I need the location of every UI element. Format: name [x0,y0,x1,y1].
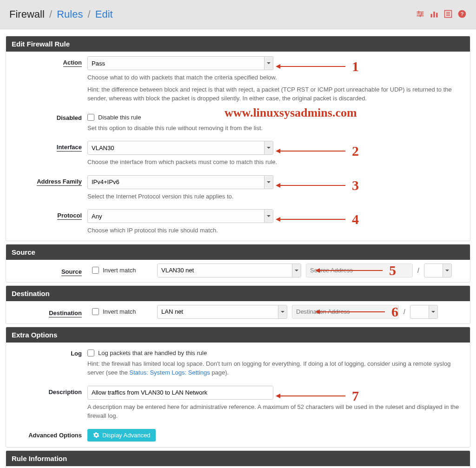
panel-rule-information: Rule Information Tracking ID Created Upd… [6,450,470,468]
destination-invert-checkbox[interactable] [92,308,99,315]
svg-rect-2 [420,14,421,17]
label-protocol[interactable]: Protocol [11,209,87,219]
annotation-3: 3 [276,178,359,193]
source-invert-label: Invert match [103,267,136,274]
log-checkbox[interactable] [87,349,94,356]
label-address-family[interactable]: Address Family [11,175,87,185]
label-disabled: Disabled [11,112,87,121]
breadcrumb-root[interactable]: Firewall [9,8,45,20]
svg-rect-1 [422,13,423,15]
gear-icon [93,432,99,438]
svg-rect-3 [431,14,432,18]
panel-source: Source Source Invert match VLAN30 net 5 [6,244,470,283]
source-mask-select[interactable] [424,264,452,277]
af-help: Select the Internet Protocol version thi… [87,192,465,201]
label-source[interactable]: Source [11,265,87,275]
slash: / [417,267,419,274]
destination-invert-label: Invert match [103,308,136,315]
protocol-select[interactable]: Any [87,209,273,223]
log-checkbox-label: Log packets that are handled by this rul… [98,349,207,356]
destination-address-input[interactable] [292,305,399,319]
label-interface[interactable]: Interface [11,141,87,151]
label-action[interactable]: Action [11,56,87,66]
source-invert-checkbox[interactable] [92,267,99,274]
source-type-select[interactable]: VLAN30 net [157,264,301,277]
slash: / [403,308,405,316]
svg-rect-5 [436,13,437,17]
action-help2: Hint: the difference between block and r… [87,85,465,103]
panel-destination: Destination Destination Invert match LAN… [6,285,470,324]
destination-type-select[interactable]: LAN net [157,305,287,319]
svg-rect-4 [433,12,435,18]
panel-heading: Rule Information [6,451,470,466]
protocol-help: Choose which IP protocol this rule shoul… [87,226,465,235]
label-destination[interactable]: Destination [11,307,87,316]
bar-chart-icon[interactable] [430,9,439,20]
label-description: Description [11,386,87,395]
label-advanced: Advanced Options [11,429,87,439]
address-family-select[interactable]: IPv4+IPv6 [87,175,273,189]
annotation-1: 1 [276,59,359,74]
page-header: Firewall / Rules / Edit ? [0,0,476,29]
panel-heading: Source [6,244,470,260]
annotation-7: 7 [276,388,359,404]
disabled-help: Set this option to disable this rule wit… [87,124,465,133]
annotation-4: 4 [276,211,359,227]
svg-text:?: ? [460,11,463,17]
description-help: A description may be entered here for ad… [87,402,465,421]
label-log: Log [11,347,87,357]
log-help: Hint: the firewall has limited local log… [87,359,465,377]
panel-heading: Destination [6,286,470,301]
disabled-checkbox[interactable] [87,114,94,121]
destination-mask-select[interactable] [410,305,438,319]
breadcrumb-rules[interactable]: Rules [57,8,83,20]
panel-heading: Extra Options [6,327,470,343]
annotation-2: 2 [276,143,359,159]
panel-heading: Edit Firewall Rule [6,36,470,52]
description-input[interactable] [87,386,273,400]
svg-rect-0 [418,11,419,13]
log-icon[interactable] [443,9,453,20]
interface-help: Choose the interface from which packets … [87,158,465,167]
action-select[interactable]: Pass [87,56,273,70]
help-icon[interactable]: ? [457,9,467,20]
interface-select[interactable]: VLAN30 [87,141,273,155]
action-help1: Choose what to do with packets that matc… [87,73,465,82]
breadcrumb: Firewall / Rules / Edit [9,8,416,20]
sliders-icon[interactable] [416,9,425,20]
panel-extra-options: Extra Options Log Log packets that are h… [6,327,470,448]
syslog-settings-link[interactable]: Status: System Logs: Settings [129,369,210,376]
source-address-input[interactable] [306,264,413,277]
panel-edit-firewall-rule: Edit Firewall Rule Action Pass 1 Choose … [6,36,470,241]
breadcrumb-edit[interactable]: Edit [95,8,113,20]
display-advanced-button[interactable]: Display Advanced [87,429,156,442]
disabled-checkbox-label: Disable this rule [98,114,141,121]
header-action-icons: ? [416,9,467,20]
